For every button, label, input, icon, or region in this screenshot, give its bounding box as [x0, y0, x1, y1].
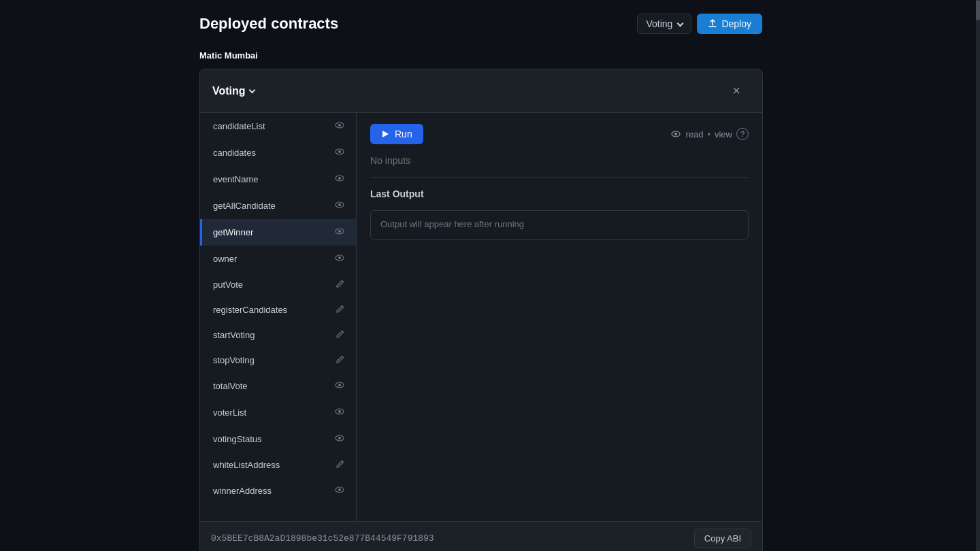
function-name: getAllCandidate	[213, 201, 276, 211]
scrollbar-track	[976, 0, 980, 551]
edit-icon	[336, 459, 345, 471]
contract-panel: Voting × candidateList candidates eventN…	[199, 69, 763, 551]
panel-title[interactable]: Voting	[212, 85, 255, 97]
output-box: Output will appear here after running	[370, 210, 749, 240]
function-item-candidatelist[interactable]: candidateList	[200, 113, 356, 139]
function-item-registercandidates[interactable]: registerCandidates	[200, 297, 356, 322]
function-item-putvote[interactable]: putVote	[200, 272, 356, 297]
eye-icon	[670, 129, 681, 139]
svg-point-3	[338, 150, 341, 153]
function-name: totalVote	[213, 381, 248, 391]
function-item-getallcandidate[interactable]: getAllCandidate	[200, 193, 356, 219]
svg-point-1	[338, 124, 341, 127]
function-name: winnerAddress	[213, 486, 272, 496]
svg-point-17	[338, 437, 341, 439]
function-item-getwinner[interactable]: getWinner	[200, 219, 356, 246]
svg-point-5	[338, 177, 341, 180]
eye-icon	[334, 146, 345, 159]
svg-point-9	[338, 230, 341, 233]
page-title: Deployed contracts	[199, 15, 338, 33]
eye-icon	[334, 433, 345, 446]
svg-point-19	[338, 488, 341, 491]
eye-icon	[334, 226, 345, 239]
function-item-stopvoting[interactable]: stopVoting	[200, 348, 356, 373]
function-name: candidateList	[213, 121, 265, 131]
function-name: stopVoting	[213, 355, 255, 365]
panel-footer: 0x5BEE7cB8A2aD1898be31c52e877B44549F7918…	[200, 521, 762, 551]
function-name: candidates	[213, 148, 256, 158]
function-list: candidateList candidates eventName getAl…	[200, 113, 357, 521]
edit-icon	[336, 279, 345, 290]
function-item-candidates[interactable]: candidates	[200, 139, 356, 166]
run-bar: Run read • view ?	[370, 124, 749, 144]
run-meta: read • view ?	[670, 128, 749, 140]
play-icon	[381, 130, 389, 138]
function-name: whiteListAddress	[213, 460, 280, 470]
contract-address: 0x5BEE7cB8A2aD1898be31c52e877B44549F7918…	[211, 533, 434, 544]
function-item-owner[interactable]: owner	[200, 246, 356, 272]
function-name: startVoting	[213, 330, 255, 340]
svg-point-11	[338, 256, 341, 259]
panel-close-button[interactable]: ×	[723, 79, 750, 103]
contract-selector[interactable]: Voting	[637, 14, 691, 34]
svg-point-15	[338, 410, 341, 413]
chevron-down-icon	[677, 20, 684, 27]
eye-icon	[334, 199, 345, 212]
panel-body: candidateList candidates eventName getAl…	[200, 113, 762, 521]
copy-abi-button[interactable]: Copy ABI	[694, 529, 751, 548]
function-name: owner	[213, 254, 237, 264]
eye-icon	[334, 252, 345, 265]
right-panel: Run read • view ? No inputs	[357, 113, 762, 521]
svg-point-7	[338, 203, 341, 206]
function-item-startvoting[interactable]: startVoting	[200, 322, 356, 348]
eye-icon	[334, 380, 345, 393]
function-item-voterlist[interactable]: voterList	[200, 399, 356, 426]
scrollbar-thumb[interactable]	[976, 0, 980, 20]
run-button[interactable]: Run	[370, 124, 423, 144]
deploy-button[interactable]: Deploy	[697, 14, 762, 34]
function-name: putVote	[213, 280, 243, 290]
no-inputs-label: No inputs	[370, 155, 749, 166]
panel-chevron-icon	[248, 87, 255, 94]
function-name: eventName	[213, 174, 258, 184]
eye-icon	[334, 406, 345, 419]
contract-selector-label: Voting	[646, 18, 672, 29]
function-item-eventname[interactable]: eventName	[200, 166, 356, 193]
edit-icon	[336, 354, 345, 366]
function-item-votingstatus[interactable]: votingStatus	[200, 426, 356, 452]
svg-point-13	[338, 384, 341, 386]
edit-icon	[336, 329, 345, 341]
function-item-whitelistaddress[interactable]: whiteListAddress	[200, 452, 356, 478]
panel-header: Voting ×	[200, 69, 762, 113]
svg-point-22	[674, 133, 677, 135]
function-name: getWinner	[213, 227, 253, 237]
upload-icon	[708, 19, 717, 29]
edit-icon	[336, 304, 345, 316]
eye-icon	[334, 173, 345, 186]
eye-icon	[334, 484, 345, 497]
function-name: registerCandidates	[213, 305, 287, 315]
eye-icon	[334, 120, 345, 133]
function-item-totalvote[interactable]: totalVote	[200, 373, 356, 399]
svg-marker-20	[382, 131, 389, 137]
help-icon[interactable]: ?	[736, 128, 749, 140]
network-label: Matic Mumbai	[199, 50, 980, 61]
function-item-winneraddress[interactable]: winnerAddress	[200, 478, 356, 504]
divider	[370, 177, 749, 178]
last-output-label: Last Output	[370, 188, 749, 199]
function-name: voterList	[213, 407, 246, 418]
function-name: votingStatus	[213, 434, 262, 444]
